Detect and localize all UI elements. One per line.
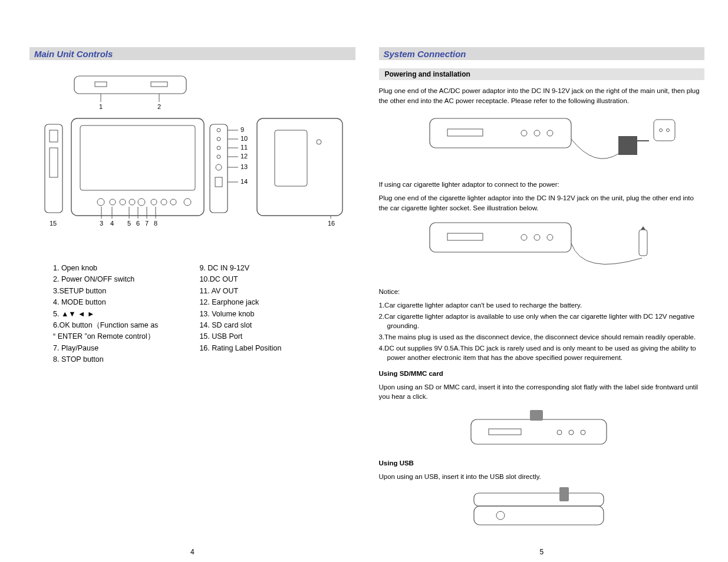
legend-item: 5. ▲▼ ◄ ► [53, 309, 158, 320]
car-adapter-line-art [406, 217, 677, 282]
svg-point-43 [216, 164, 222, 170]
notice-item: 4.DC out supplies 9V 0.5A.This DC jack i… [379, 343, 705, 363]
svg-point-77 [557, 430, 562, 435]
legend-item: 1. Open knob [53, 263, 158, 274]
manual-spread: Main Unit Controls 1 2 15 [0, 0, 728, 562]
svg-rect-84 [559, 487, 569, 501]
svg-point-39 [217, 146, 220, 150]
car-adapter-illustration [379, 220, 705, 279]
section-heading-bar: Main Unit Controls [29, 47, 355, 60]
svg-rect-69 [447, 233, 483, 240]
notice-item: 2.Car cigarette lighter adaptor is avail… [379, 312, 705, 331]
svg-text:1: 1 [99, 103, 103, 110]
svg-point-13 [97, 199, 104, 206]
svg-text:3: 3 [100, 220, 103, 227]
svg-point-79 [581, 430, 585, 435]
page-number-left: 4 [190, 548, 195, 556]
svg-text:15: 15 [50, 220, 57, 227]
legend-item: 11. AV OUT [199, 286, 281, 297]
svg-rect-80 [530, 410, 543, 421]
svg-rect-82 [474, 506, 604, 525]
svg-point-20 [170, 199, 176, 205]
svg-rect-7 [45, 124, 62, 213]
notice-item: 3.The mains plug is used as the disconne… [379, 332, 705, 342]
svg-rect-68 [430, 223, 571, 252]
legend-item: 15. USB Port [199, 331, 281, 342]
ac-adapter-illustration [379, 113, 705, 171]
body-paragraph: Plug one end of the cigarette lighter ad… [379, 193, 705, 213]
svg-rect-63 [618, 136, 637, 155]
svg-point-18 [151, 199, 157, 205]
svg-rect-53 [257, 118, 342, 216]
svg-rect-9 [50, 148, 58, 177]
svg-text:10: 10 [241, 135, 248, 142]
svg-rect-65 [654, 120, 675, 141]
powering-paragraph: Plug one end of the AC/DC power adaptor … [379, 86, 705, 109]
legend-item: 2. Power ON/OFF switch [53, 274, 158, 285]
usb-line-art [465, 486, 618, 532]
usb-text: Upon using an USB, insert it into the US… [379, 472, 705, 482]
notice-item: 1.Car cigarette lighter adaptor can't be… [379, 300, 705, 310]
svg-text:14: 14 [241, 178, 248, 185]
svg-rect-81 [474, 493, 604, 506]
legend-item: 7. Play/Pause [53, 343, 158, 354]
section-heading: System Connection [384, 49, 466, 59]
sd-heading: Using SD/MMC card [379, 369, 705, 379]
svg-rect-0 [74, 76, 186, 94]
svg-point-67 [666, 129, 669, 132]
svg-rect-75 [471, 419, 607, 444]
notice-block: Notice: 1.Car cigarette lighter adaptor … [379, 287, 705, 364]
svg-point-62 [547, 130, 553, 136]
svg-point-16 [129, 199, 135, 205]
sd-block: Using SD/MMC card Upon using an SD or MM… [379, 369, 705, 405]
legend-item: 13. Volume knob [199, 309, 281, 320]
svg-rect-1 [95, 82, 107, 87]
svg-rect-76 [489, 429, 521, 435]
legend-item: 8. STOP button [53, 354, 158, 365]
legend-item: 14. SD card slot [199, 320, 281, 331]
sd-illustration [379, 406, 705, 452]
svg-rect-12 [80, 125, 195, 190]
svg-point-35 [217, 128, 220, 132]
svg-point-15 [120, 199, 126, 205]
legend-item: 10.DC OUT [199, 274, 281, 285]
svg-point-70 [521, 234, 527, 240]
usb-illustration [379, 486, 705, 532]
legend-item: 9. DC IN 9-12V [199, 263, 281, 274]
svg-text:4: 4 [110, 220, 114, 227]
page-number-right: 5 [539, 548, 543, 556]
page-right: System Connection Powering and installat… [379, 47, 705, 538]
svg-point-71 [534, 234, 540, 240]
sub-heading: Powering and installation [379, 68, 705, 80]
svg-point-66 [659, 129, 662, 132]
svg-rect-73 [639, 230, 647, 256]
usb-block: Using USB Upon using an USB, insert it i… [379, 458, 705, 485]
svg-text:12: 12 [241, 153, 248, 160]
svg-text:5: 5 [127, 220, 131, 227]
svg-text:11: 11 [241, 144, 248, 151]
svg-text:2: 2 [157, 103, 161, 110]
notice-heading: Notice: [379, 287, 705, 297]
svg-point-55 [317, 140, 321, 144]
svg-text:6: 6 [136, 220, 140, 227]
svg-text:9: 9 [241, 126, 244, 133]
svg-point-78 [569, 430, 574, 435]
legend-item: 16. Rating Label Position [199, 343, 281, 354]
svg-rect-2 [151, 82, 167, 87]
svg-point-72 [547, 234, 553, 240]
ac-adapter-line-art [406, 113, 677, 171]
svg-point-37 [217, 137, 220, 141]
legend-item: “ ENTER ”on Remote control） [53, 331, 158, 342]
svg-rect-58 [430, 118, 571, 148]
svg-point-41 [217, 155, 220, 158]
sd-line-art [465, 409, 618, 450]
body-paragraph: If using car cigarette lighter adaptor t… [379, 180, 705, 190]
svg-rect-54 [275, 130, 307, 186]
svg-marker-74 [641, 226, 645, 230]
car-adapter-paragraph: If using car cigarette lighter adaptor t… [379, 180, 705, 216]
unit-line-art: 1 2 15 3 [39, 71, 345, 236]
svg-point-17 [138, 199, 145, 206]
body-paragraph: Plug one end of the AC/DC power adaptor … [379, 86, 705, 105]
svg-point-14 [110, 199, 116, 205]
usb-heading: Using USB [379, 458, 705, 468]
